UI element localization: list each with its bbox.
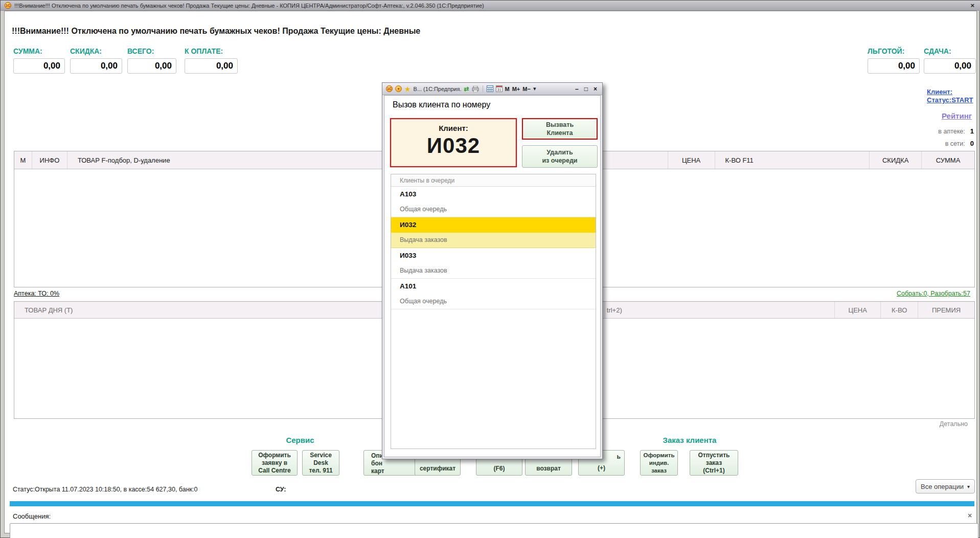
window-title: !!!Внимание!!! Отключена по умолчанию пе… [14, 3, 965, 9]
queue-client-code: А103 [391, 187, 596, 202]
in-pharmacy-label: в аптеке: [938, 128, 965, 135]
favorites-star-icon[interactable]: ★ [404, 85, 411, 93]
memory-m-button[interactable]: M [505, 86, 510, 92]
client-box-label: Клиент: [439, 124, 468, 132]
button-line: (+) [579, 464, 624, 472]
printer-icon[interactable] [472, 86, 479, 92]
dialog-heading: Вызов клиента по номеру [393, 100, 490, 109]
queue-list: Клиенты в очереди А103 Общая очередь И03… [391, 174, 596, 449]
discount-value: 0,00 [70, 58, 122, 74]
toolbar-separator [483, 85, 483, 93]
release-order-button[interactable]: Отпустить заказ (Ctrl+1) [690, 450, 738, 476]
button-line: (Ctrl+1) [690, 467, 738, 475]
dialog-1c-icon[interactable]: 1С [386, 85, 393, 92]
memory-minus-button[interactable]: M− [522, 86, 531, 92]
topay-value: 0,00 [185, 58, 238, 74]
button-line: заявку в [252, 459, 297, 467]
col-m: М [14, 151, 32, 169]
all-operations-label: Все операции [921, 483, 964, 490]
online-value: 0 [970, 140, 974, 147]
button-line: возврат [526, 465, 572, 473]
call-client-dialog: 1С ▼ ★ В... (1С:Предприя. ⇄ 31 [382, 82, 603, 459]
queue-client-type: Общая очередь [391, 202, 596, 217]
toolbar-chevron-icon[interactable]: ▾ [533, 85, 536, 92]
button-line: заказ [641, 467, 677, 475]
button-line: заказ [690, 459, 738, 467]
dialog-menu-dropdown-icon[interactable]: ▼ [395, 85, 402, 92]
button-line: (F6) [476, 465, 522, 473]
dialog-minimize-icon[interactable]: – [574, 85, 580, 93]
order-section-title: Заказ клиента [649, 436, 731, 444]
change-label: СДАЧА: [924, 47, 951, 55]
queue-row[interactable]: И033 Выдача заказов [391, 248, 596, 279]
service-desk-button[interactable]: Service Desk тел. 911 [302, 450, 339, 476]
calculator-icon[interactable] [487, 85, 493, 92]
col-discount: СКИДКА [870, 151, 922, 169]
in-pharmacy-counter: в аптеке:1 [892, 127, 974, 135]
messages-close-icon[interactable]: × [968, 511, 972, 520]
remove-from-queue-button[interactable]: Удалить из очереди [522, 145, 598, 168]
button-line: Desk [303, 459, 339, 467]
register-status: Статус:Открыта 11.07.2023 10:18:50, в ка… [13, 486, 197, 493]
collect-link[interactable]: Собрать:0, Разобрать:57 [897, 290, 970, 297]
client-link[interactable]: Клиент: [927, 88, 976, 96]
rating-link[interactable]: Рейтинг [920, 111, 972, 120]
button-line: Service [303, 452, 339, 459]
button-line: Call Centre [252, 467, 297, 475]
button-line: тел. 911 [303, 467, 339, 475]
individual-order-button[interactable]: Оформить индив. заказ [640, 450, 678, 476]
dialog-maximize-icon[interactable]: □ [583, 85, 589, 93]
in-pharmacy-value: 1 [970, 127, 974, 135]
col-qty: К-ВО F11 [715, 151, 870, 169]
su-label: СУ: [276, 486, 286, 493]
memory-plus-button[interactable]: M+ [512, 86, 520, 92]
window-close-icon[interactable]: × [968, 2, 976, 9]
button-line: Оформить [252, 452, 297, 459]
queue-client-code: А101 [391, 279, 596, 294]
service-section-title: Сервис [259, 436, 341, 444]
queue-row-selected[interactable]: И032 Выдача заказов [391, 217, 596, 248]
messages-input[interactable] [10, 523, 978, 538]
button-line: Вызвать [523, 121, 597, 129]
app-1c-icon: 1С [5, 2, 11, 9]
button-line: Оформить [641, 452, 677, 459]
warning-banner: !!!Внимание!!! Отключена по умолчанию пе… [12, 27, 420, 36]
button-line: сертификат [415, 465, 460, 473]
sum-label: СУММА: [13, 47, 42, 55]
topay-label: К ОПЛАТЕ: [185, 47, 223, 55]
dialog-close-icon[interactable]: × [592, 85, 599, 93]
queue-row[interactable]: А103 Общая очередь [391, 187, 596, 217]
queue-client-code: И032 [391, 217, 596, 233]
col-orders-partial: trl+2) [605, 302, 835, 318]
col-day-qty: К-ВО [881, 302, 918, 318]
col-info: ИНФО [32, 151, 67, 169]
col-price: ЦЕНА [668, 151, 715, 169]
main-titlebar: 1С !!!Внимание!!! Отключена по умолчанию… [1, 1, 980, 11]
discount-label: СКИДКА: [70, 47, 102, 55]
window-frame: 1С !!!Внимание!!! Отключена по умолчанию… [0, 0, 980, 538]
calendar-icon[interactable]: 31 [496, 85, 503, 92]
button-line: Отпустить [690, 452, 738, 459]
queue-list-header: Клиенты в очереди [391, 174, 596, 187]
privilege-label: ЛЬГОТОЙ: [868, 47, 904, 55]
current-client-box: Клиент: И032 [390, 118, 517, 167]
queue-client-type: Выдача заказов [391, 263, 596, 279]
data-exchange-icon[interactable]: ⇄ [464, 85, 469, 93]
button-line: из очереди [522, 156, 597, 165]
call-client-button[interactable]: Вызвать Клиента [522, 118, 598, 140]
svg-text:31: 31 [497, 88, 501, 92]
sum-value: 0,00 [13, 58, 65, 74]
status-link[interactable]: Статус:START [927, 96, 976, 104]
all-operations-button[interactable]: Все операции ▾ [916, 479, 975, 494]
client-links: Клиент: Статус:START [927, 88, 976, 104]
total-label: ВСЕГО: [127, 47, 154, 55]
call-centre-button[interactable]: Оформить заявку в Call Centre [252, 450, 298, 476]
queue-client-type: Выдача заказов [391, 233, 596, 248]
button-line: Удалить [522, 148, 597, 156]
queue-client-type: Общая очередь [391, 294, 596, 309]
chevron-down-icon: ▾ [967, 484, 970, 489]
queue-row[interactable]: А101 Общая очередь [391, 279, 596, 309]
queue-client-code: И033 [391, 248, 596, 263]
col-sum: СУММА [922, 151, 974, 169]
pharmacy-link[interactable]: Аптека: ТО: 0% [14, 290, 59, 297]
